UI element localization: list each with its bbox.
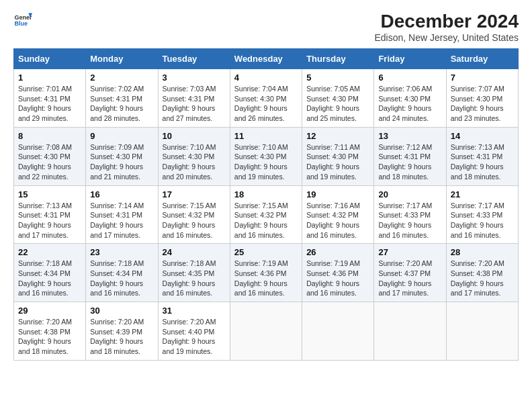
table-row: 27 Sunrise: 7:20 AM Sunset: 4:37 PM Dayl… — [374, 244, 446, 302]
day-number: 16 — [90, 189, 153, 199]
day-number: 25 — [234, 247, 298, 257]
table-row: 2 Sunrise: 7:02 AM Sunset: 4:31 PM Dayli… — [86, 69, 158, 128]
table-row — [374, 302, 446, 361]
day-info: Sunrise: 7:16 AM Sunset: 4:32 PM Dayligh… — [306, 201, 369, 240]
day-number: 24 — [163, 247, 226, 257]
day-number: 28 — [451, 247, 514, 257]
table-row: 15 Sunrise: 7:13 AM Sunset: 4:31 PM Dayl… — [14, 185, 86, 244]
title-area: December 2024 Edison, New Jersey, United… — [374, 11, 519, 43]
day-info: Sunrise: 7:15 AM Sunset: 4:32 PM Dayligh… — [163, 201, 226, 240]
day-info: Sunrise: 7:05 AM Sunset: 4:30 PM Dayligh… — [306, 84, 369, 124]
table-row: 11 Sunrise: 7:10 AM Sunset: 4:30 PM Dayl… — [230, 127, 302, 185]
day-number: 26 — [306, 247, 369, 257]
table-row — [230, 302, 302, 361]
day-number: 10 — [163, 131, 226, 141]
table-row: 17 Sunrise: 7:15 AM Sunset: 4:32 PM Dayl… — [158, 185, 230, 244]
header-friday: Friday — [374, 49, 446, 69]
page-subtitle: Edison, New Jersey, United States — [374, 32, 519, 43]
logo: General Blue — [13, 11, 32, 30]
table-row: 29 Sunrise: 7:20 AM Sunset: 4:38 PM Dayl… — [14, 302, 86, 361]
table-row: 5 Sunrise: 7:05 AM Sunset: 4:30 PM Dayli… — [302, 69, 374, 128]
day-info: Sunrise: 7:17 AM Sunset: 4:33 PM Dayligh… — [378, 201, 441, 240]
table-row: 8 Sunrise: 7:08 AM Sunset: 4:30 PM Dayli… — [14, 127, 86, 185]
header-tuesday: Tuesday — [158, 49, 230, 69]
day-info: Sunrise: 7:07 AM Sunset: 4:30 PM Dayligh… — [451, 84, 514, 124]
day-info: Sunrise: 7:13 AM Sunset: 4:31 PM Dayligh… — [451, 142, 514, 182]
day-number: 18 — [234, 189, 298, 199]
table-row: 16 Sunrise: 7:14 AM Sunset: 4:31 PM Dayl… — [86, 185, 158, 244]
header-sunday: Sunday — [14, 49, 86, 69]
day-info: Sunrise: 7:17 AM Sunset: 4:33 PM Dayligh… — [451, 201, 514, 240]
day-number: 9 — [90, 131, 153, 141]
day-number: 1 — [18, 73, 81, 83]
calendar-week-row: 15 Sunrise: 7:13 AM Sunset: 4:31 PM Dayl… — [14, 185, 519, 244]
day-info: Sunrise: 7:03 AM Sunset: 4:31 PM Dayligh… — [163, 84, 226, 124]
day-number: 21 — [451, 189, 514, 199]
calendar-week-row: 22 Sunrise: 7:18 AM Sunset: 4:34 PM Dayl… — [14, 244, 519, 302]
day-number: 12 — [306, 131, 369, 141]
day-number: 22 — [18, 247, 81, 257]
day-number: 8 — [18, 131, 81, 141]
table-row: 12 Sunrise: 7:11 AM Sunset: 4:30 PM Dayl… — [302, 127, 374, 185]
page-header: General Blue December 2024 Edison, New J… — [13, 11, 519, 43]
day-number: 4 — [234, 73, 298, 83]
day-number: 3 — [163, 73, 226, 83]
header-monday: Monday — [86, 49, 158, 69]
day-number: 14 — [451, 131, 514, 141]
day-info: Sunrise: 7:01 AM Sunset: 4:31 PM Dayligh… — [18, 84, 81, 124]
table-row: 30 Sunrise: 7:20 AM Sunset: 4:39 PM Dayl… — [86, 302, 158, 361]
day-info: Sunrise: 7:18 AM Sunset: 4:34 PM Dayligh… — [90, 259, 153, 298]
day-info: Sunrise: 7:12 AM Sunset: 4:31 PM Dayligh… — [378, 142, 441, 182]
page-title: December 2024 — [374, 11, 519, 32]
day-number: 13 — [378, 131, 441, 141]
table-row: 31 Sunrise: 7:20 AM Sunset: 4:40 PM Dayl… — [158, 302, 230, 361]
table-row: 21 Sunrise: 7:17 AM Sunset: 4:33 PM Dayl… — [446, 185, 518, 244]
day-number: 27 — [378, 247, 441, 257]
day-info: Sunrise: 7:18 AM Sunset: 4:35 PM Dayligh… — [163, 259, 226, 298]
table-row: 14 Sunrise: 7:13 AM Sunset: 4:31 PM Dayl… — [446, 127, 518, 185]
table-row: 6 Sunrise: 7:06 AM Sunset: 4:30 PM Dayli… — [374, 69, 446, 128]
day-number: 2 — [90, 73, 153, 83]
table-row — [302, 302, 374, 361]
day-number: 7 — [451, 73, 514, 83]
table-row: 28 Sunrise: 7:20 AM Sunset: 4:38 PM Dayl… — [446, 244, 518, 302]
table-row: 10 Sunrise: 7:10 AM Sunset: 4:30 PM Dayl… — [158, 127, 230, 185]
day-info: Sunrise: 7:02 AM Sunset: 4:31 PM Dayligh… — [90, 84, 153, 124]
day-info: Sunrise: 7:08 AM Sunset: 4:30 PM Dayligh… — [18, 142, 81, 182]
logo-icon: General Blue — [13, 11, 32, 30]
day-info: Sunrise: 7:20 AM Sunset: 4:40 PM Dayligh… — [163, 317, 226, 357]
table-row: 1 Sunrise: 7:01 AM Sunset: 4:31 PM Dayli… — [14, 69, 86, 128]
day-number: 6 — [378, 73, 441, 83]
day-info: Sunrise: 7:10 AM Sunset: 4:30 PM Dayligh… — [234, 142, 298, 182]
table-row: 25 Sunrise: 7:19 AM Sunset: 4:36 PM Dayl… — [230, 244, 302, 302]
header-thursday: Thursday — [302, 49, 374, 69]
day-number: 30 — [90, 306, 153, 316]
header-wednesday: Wednesday — [230, 49, 302, 69]
calendar-week-row: 1 Sunrise: 7:01 AM Sunset: 4:31 PM Dayli… — [14, 69, 519, 128]
day-info: Sunrise: 7:04 AM Sunset: 4:30 PM Dayligh… — [234, 84, 298, 124]
day-info: Sunrise: 7:11 AM Sunset: 4:30 PM Dayligh… — [306, 142, 369, 182]
day-number: 19 — [306, 189, 369, 199]
calendar-week-row: 8 Sunrise: 7:08 AM Sunset: 4:30 PM Dayli… — [14, 127, 519, 185]
day-number: 5 — [306, 73, 369, 83]
table-row: 24 Sunrise: 7:18 AM Sunset: 4:35 PM Dayl… — [158, 244, 230, 302]
day-info: Sunrise: 7:09 AM Sunset: 4:30 PM Dayligh… — [90, 142, 153, 182]
table-row: 20 Sunrise: 7:17 AM Sunset: 4:33 PM Dayl… — [374, 185, 446, 244]
day-number: 20 — [378, 189, 441, 199]
day-info: Sunrise: 7:20 AM Sunset: 4:39 PM Dayligh… — [90, 317, 153, 357]
day-info: Sunrise: 7:14 AM Sunset: 4:31 PM Dayligh… — [90, 201, 153, 240]
calendar-table: Sunday Monday Tuesday Wednesday Thursday… — [13, 48, 519, 361]
day-number: 31 — [163, 306, 226, 316]
day-number: 15 — [18, 189, 81, 199]
table-row: 13 Sunrise: 7:12 AM Sunset: 4:31 PM Dayl… — [374, 127, 446, 185]
table-row: 7 Sunrise: 7:07 AM Sunset: 4:30 PM Dayli… — [446, 69, 518, 128]
header-saturday: Saturday — [446, 49, 518, 69]
day-info: Sunrise: 7:15 AM Sunset: 4:32 PM Dayligh… — [234, 201, 298, 240]
table-row: 26 Sunrise: 7:19 AM Sunset: 4:36 PM Dayl… — [302, 244, 374, 302]
table-row: 3 Sunrise: 7:03 AM Sunset: 4:31 PM Dayli… — [158, 69, 230, 128]
day-info: Sunrise: 7:10 AM Sunset: 4:30 PM Dayligh… — [163, 142, 226, 182]
table-row: 19 Sunrise: 7:16 AM Sunset: 4:32 PM Dayl… — [302, 185, 374, 244]
calendar-header-row: Sunday Monday Tuesday Wednesday Thursday… — [14, 49, 519, 69]
day-number: 11 — [234, 131, 298, 141]
table-row — [446, 302, 518, 361]
